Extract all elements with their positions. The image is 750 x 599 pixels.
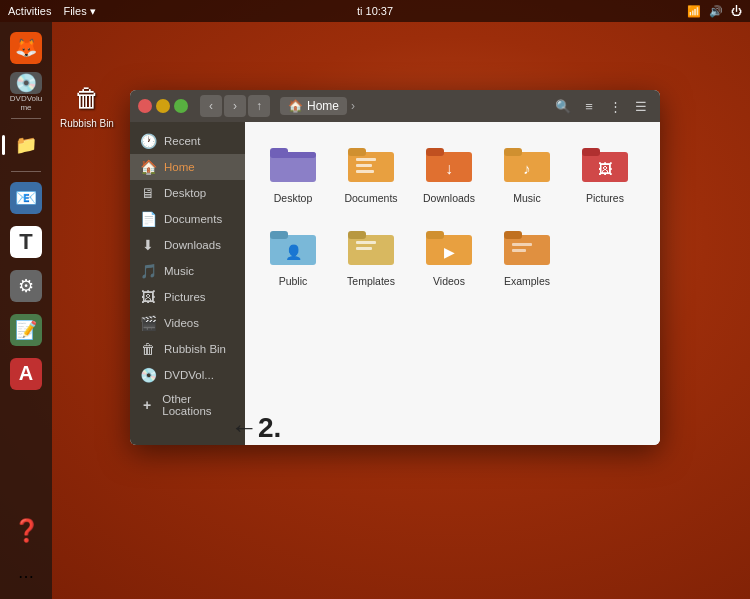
sidebar: 🕐 Recent 🏠 Home 🖥 Desktop 📄 Documents ⬇ … [130, 122, 245, 445]
home-icon: 🏠 [288, 99, 303, 113]
list-view-button[interactable]: ≡ [578, 95, 600, 117]
folder-pictures-icon: 🖼 [581, 140, 629, 188]
sidebar-label-recent: Recent [164, 135, 200, 147]
folder-documents-label: Documents [344, 192, 397, 205]
sidebar-label-videos: Videos [164, 317, 199, 329]
folder-music[interactable]: ♪ Music [493, 136, 561, 209]
close-button[interactable] [138, 99, 152, 113]
rubbish-bin-label: Rubbish Bin [60, 118, 114, 129]
svg-rect-7 [356, 170, 374, 173]
window-controls [138, 99, 188, 113]
titlebar: ‹ › ↑ 🏠 Home › 🔍 ≡ ⋮ ☰ [130, 90, 660, 122]
launcher-item-thunderbird[interactable]: 📧 [6, 178, 46, 218]
folder-examples-label: Examples [504, 275, 550, 288]
other-icon: + [140, 397, 154, 413]
activities-button[interactable]: Activities [8, 5, 51, 17]
desktop-rubbish-bin[interactable]: 🗑 Rubbish Bin [60, 80, 114, 129]
svg-rect-12 [504, 148, 522, 156]
maximize-button[interactable] [174, 99, 188, 113]
svg-text:👤: 👤 [285, 244, 303, 261]
launcher-separator-2 [11, 171, 41, 172]
sidebar-label-home: Home [164, 161, 195, 173]
music-icon: 🎵 [140, 263, 156, 279]
rubbish-icon: 🗑 [140, 341, 156, 357]
home-icon: 🏠 [140, 159, 156, 175]
folder-templates[interactable]: Templates [337, 219, 405, 292]
folder-documents[interactable]: Documents [337, 136, 405, 209]
forward-button[interactable]: › [224, 95, 246, 117]
volume-icon: 🔊 [709, 5, 723, 18]
sidebar-item-downloads[interactable]: ⬇ Downloads [130, 232, 245, 258]
documents-icon: 📄 [140, 211, 156, 227]
svg-rect-18 [270, 231, 288, 239]
folder-public-icon: 👤 [269, 223, 317, 271]
folder-grid: Desktop Documents [259, 136, 646, 291]
folder-public-label: Public [279, 275, 308, 288]
recent-icon: 🕐 [140, 133, 156, 149]
launcher-item-dvd[interactable]: 💿 DVDVolume [6, 72, 46, 112]
folder-desktop-icon [269, 140, 317, 188]
launcher-item-settings[interactable]: ⚙ [6, 266, 46, 306]
navigation-buttons: ‹ › ↑ [200, 95, 270, 117]
svg-rect-15 [582, 148, 600, 156]
launcher-separator [11, 118, 41, 119]
launcher-item-apps[interactable]: ⋯ [10, 560, 42, 593]
files-menu[interactable]: Files ▾ [63, 5, 95, 18]
svg-rect-5 [356, 158, 376, 161]
folder-examples[interactable]: Examples [493, 219, 561, 292]
folder-pictures[interactable]: 🖼 Pictures [571, 136, 639, 209]
sidebar-item-home[interactable]: 🏠 Home [130, 154, 245, 180]
folder-downloads-icon: ↓ [425, 140, 473, 188]
search-button[interactable]: 🔍 [552, 95, 574, 117]
sidebar-item-rubbish-bin[interactable]: 🗑 Rubbish Bin [130, 336, 245, 362]
folder-downloads-label: Downloads [423, 192, 475, 205]
launcher-item-font[interactable]: T [6, 222, 46, 262]
launcher-item-software[interactable]: A [6, 354, 46, 394]
svg-text:🖼: 🖼 [598, 161, 612, 177]
folder-pictures-label: Pictures [586, 192, 624, 205]
svg-rect-23 [356, 247, 372, 250]
folder-documents-icon [347, 140, 395, 188]
svg-text:↓: ↓ [445, 160, 453, 177]
launcher-item-files[interactable]: 📁 [6, 125, 46, 165]
sidebar-item-desktop[interactable]: 🖥 Desktop [130, 180, 245, 206]
sidebar-item-recent[interactable]: 🕐 Recent [130, 128, 245, 154]
dvd-icon: 💿 [140, 367, 156, 383]
home-breadcrumb[interactable]: 🏠 Home [280, 97, 347, 115]
minimize-button[interactable] [156, 99, 170, 113]
annotation: ←2. [230, 412, 281, 444]
launcher-item-help[interactable]: ❓ [10, 515, 42, 548]
view-options-button[interactable]: ⋮ [604, 95, 626, 117]
location-bar: 🏠 Home › [280, 97, 546, 115]
folder-downloads[interactable]: ↓ Downloads [415, 136, 483, 209]
svg-rect-9 [426, 148, 444, 156]
toolbar-actions: 🔍 ≡ ⋮ ☰ [552, 95, 652, 117]
sidebar-item-documents[interactable]: 📄 Documents [130, 206, 245, 232]
svg-rect-4 [348, 148, 366, 156]
launcher-item-text-editor[interactable]: 📝 [6, 310, 46, 350]
pictures-icon: 🖼 [140, 289, 156, 305]
sidebar-item-videos[interactable]: 🎬 Videos [130, 310, 245, 336]
svg-rect-29 [512, 243, 532, 246]
sidebar-item-other-locations[interactable]: + Other Locations [130, 388, 245, 422]
folder-videos[interactable]: ▶ Videos [415, 219, 483, 292]
sidebar-item-music[interactable]: 🎵 Music [130, 258, 245, 284]
back-button[interactable]: ‹ [200, 95, 222, 117]
folder-templates-icon [347, 223, 395, 271]
folder-public[interactable]: 👤 Public [259, 219, 327, 292]
up-button[interactable]: ↑ [248, 95, 270, 117]
svg-text:▶: ▶ [444, 244, 455, 260]
sidebar-label-documents: Documents [164, 213, 222, 225]
home-label: Home [307, 99, 339, 113]
folder-examples-icon [503, 223, 551, 271]
sidebar-item-dvd[interactable]: 💿 DVDVol... [130, 362, 245, 388]
breadcrumb-arrow: › [351, 99, 355, 113]
folder-desktop[interactable]: Desktop [259, 136, 327, 209]
sidebar-item-pictures[interactable]: 🖼 Pictures [130, 284, 245, 310]
window-menu-button[interactable]: ☰ [630, 95, 652, 117]
application-launcher: 🦊 💿 DVDVolume 📁 📧 T ⚙ 📝 A ❓ ⋯ [0, 22, 52, 599]
annotation-text: ←2. [230, 412, 281, 444]
launcher-item-firefox[interactable]: 🦊 [6, 28, 46, 68]
sidebar-label-downloads: Downloads [164, 239, 221, 251]
svg-rect-21 [348, 231, 366, 239]
